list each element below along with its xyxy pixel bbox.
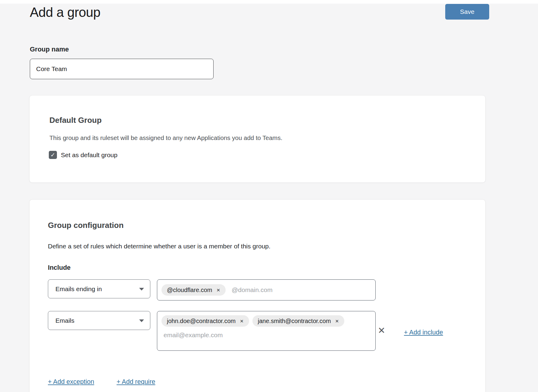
rule-type-select-1-value: Emails ending in	[55, 285, 102, 293]
group-configuration-card: Group configuration Define a set of rule…	[29, 199, 486, 392]
rule-type-select-2-value: Emails	[55, 317, 74, 324]
include-rule-row: Emails ending in @cloudflare.com✕	[48, 279, 376, 300]
check-icon: ✓	[51, 152, 55, 158]
save-button[interactable]: Save	[445, 4, 489, 20]
set-default-checkbox[interactable]: ✓	[49, 151, 57, 159]
tag-pill-label: john.doe@contractor.com	[167, 318, 236, 325]
rule-type-select-2[interactable]: Emails	[48, 311, 150, 330]
add-require-link[interactable]: + Add require	[117, 378, 155, 386]
tag-pill-label: @cloudflare.com	[167, 287, 212, 294]
group-configuration-title: Group configuration	[48, 221, 124, 230]
remove-rule-icon[interactable]: ✕	[378, 326, 385, 335]
rule-value-tagbox-1[interactable]: @cloudflare.com✕	[157, 279, 376, 300]
top-strip	[0, 0, 538, 4]
group-name-input[interactable]	[30, 59, 214, 79]
default-group-card: Default Group This group and its ruleset…	[29, 95, 486, 183]
add-exception-link[interactable]: + Add exception	[48, 378, 94, 386]
group-name-label: Group name	[30, 45, 69, 53]
default-group-description: This group and its ruleset will be assig…	[49, 134, 282, 142]
tag-remove-icon[interactable]: ✕	[216, 288, 220, 292]
rule-value-tagbox-2[interactable]: john.doe@contractor.com✕jane.smith@contr…	[157, 311, 376, 351]
tag-pill: jane.smith@contractor.com✕	[252, 315, 344, 327]
group-configuration-description: Define a set of rules which determine wh…	[48, 242, 271, 250]
domain-input[interactable]	[232, 286, 371, 294]
chevron-down-icon	[139, 288, 144, 291]
default-group-checkbox-row: ✓ Set as default group	[49, 151, 117, 159]
rule-type-select-1[interactable]: Emails ending in	[48, 279, 150, 298]
tag-pill-list: john.doe@contractor.com✕jane.smith@contr…	[161, 315, 371, 327]
include-label: Include	[48, 264, 70, 272]
chevron-down-icon	[139, 319, 144, 322]
tag-pill: @cloudflare.com✕	[161, 284, 226, 296]
add-include-link[interactable]: + Add include	[404, 329, 443, 336]
tag-pill-list: @cloudflare.com✕	[161, 284, 226, 296]
tag-remove-icon[interactable]: ✕	[240, 319, 244, 323]
page-title: Add a group	[30, 5, 100, 20]
email-input[interactable]	[161, 331, 371, 339]
default-group-title: Default Group	[49, 116, 102, 125]
tag-pill: john.doe@contractor.com✕	[161, 315, 249, 327]
set-default-checkbox-label: Set as default group	[61, 151, 117, 159]
include-rule-row: Emails john.doe@contractor.com✕jane.smit…	[48, 311, 376, 351]
tag-remove-icon[interactable]: ✕	[335, 319, 339, 323]
tag-pill-label: jane.smith@contractor.com	[258, 318, 331, 325]
